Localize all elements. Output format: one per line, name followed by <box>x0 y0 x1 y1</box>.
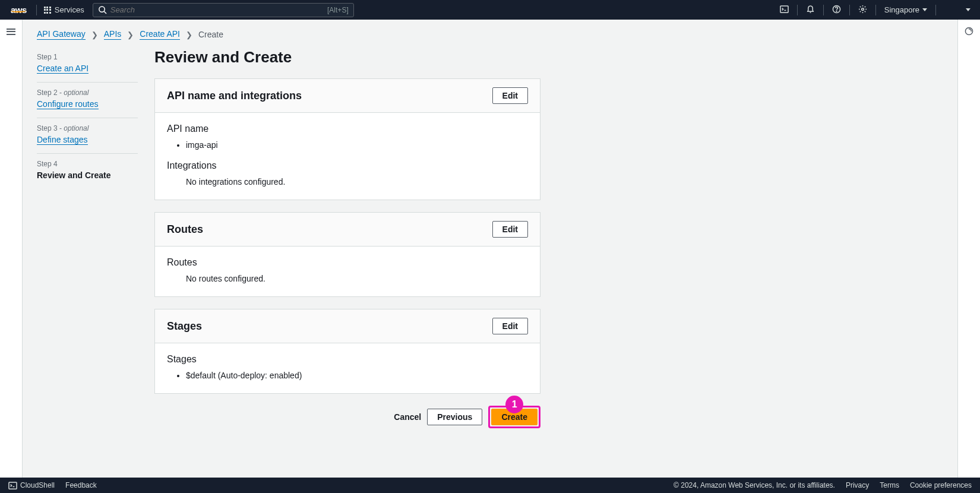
breadcrumb-link[interactable]: APIs <box>104 29 122 40</box>
info-icon[interactable] <box>965 27 973 36</box>
nav-separator <box>36 5 37 15</box>
privacy-link[interactable]: Privacy <box>846 481 869 489</box>
step-number: Step 1 <box>37 53 138 61</box>
chevron-down-icon <box>966 8 970 11</box>
api-name-value: imga-api <box>186 140 528 150</box>
svg-point-6 <box>836 11 837 11</box>
panel-stages: Stages Edit Stages $default (Auto-deploy… <box>154 309 540 394</box>
wizard-content: Review and Create API name and integrati… <box>154 47 540 446</box>
svg-point-0 <box>99 7 105 12</box>
step-link-create-api[interactable]: Create an API <box>37 64 88 74</box>
panel-api-name-integrations: API name and integrations Edit API name … <box>154 78 540 200</box>
integrations-empty: No integrations configured. <box>167 177 528 187</box>
stage-item: $default (Auto-deploy: enabled) <box>186 371 528 380</box>
cloudshell-icon <box>8 481 17 490</box>
chevron-right-icon: ❯ <box>91 30 98 39</box>
breadcrumb-link[interactable]: Create API <box>140 29 180 40</box>
aws-logo[interactable]: aws <box>5 5 33 15</box>
services-menu[interactable]: Services <box>40 5 88 14</box>
breadcrumb-link[interactable]: API Gateway <box>37 29 86 40</box>
subheading-stages: Stages <box>167 354 528 365</box>
chevron-right-icon: ❯ <box>127 30 134 39</box>
panel-routes: Routes Edit Routes No routes configured. <box>154 212 540 297</box>
step-number: Step 2 - optional <box>37 89 138 97</box>
step-link-configure-routes[interactable]: Configure routes <box>37 99 99 109</box>
cloudshell-icon[interactable] <box>775 5 794 15</box>
main-content: API Gateway ❯ APIs ❯ Create API ❯ Create… <box>23 20 957 478</box>
nav-separator <box>797 5 798 15</box>
cookie-preferences-link[interactable]: Cookie preferences <box>910 481 972 489</box>
svg-rect-2 <box>780 5 788 12</box>
global-search[interactable]: [Alt+S] <box>93 3 354 17</box>
subheading-api-name: API name <box>167 124 528 134</box>
wizard-steps: Step 1 Create an API Step 2 - optional C… <box>37 47 138 446</box>
edit-button[interactable]: Edit <box>492 318 528 334</box>
cloudshell-link[interactable]: CloudShell <box>8 481 55 490</box>
breadcrumb: API Gateway ❯ APIs ❯ Create API ❯ Create <box>37 20 943 47</box>
svg-rect-9 <box>9 482 17 488</box>
grid-icon <box>44 7 51 14</box>
nav-separator <box>875 5 876 15</box>
chevron-down-icon <box>922 8 927 11</box>
svg-line-1 <box>104 11 106 14</box>
step-number: Step 3 - optional <box>37 124 138 132</box>
left-drawer-toggle-area <box>0 20 23 478</box>
chevron-right-icon: ❯ <box>186 30 192 39</box>
panel-title: Stages <box>167 320 202 333</box>
region-label: Singapore <box>884 5 919 14</box>
search-icon <box>98 5 107 14</box>
edit-button[interactable]: Edit <box>492 221 528 238</box>
page-title: Review and Create <box>154 48 540 67</box>
edit-button[interactable]: Edit <box>492 87 528 104</box>
nav-separator <box>849 5 850 15</box>
terms-link[interactable]: Terms <box>880 481 899 489</box>
cancel-button[interactable]: Cancel <box>394 412 421 422</box>
search-hint: [Alt+S] <box>327 6 349 14</box>
svg-point-7 <box>861 8 864 10</box>
breadcrumb-current: Create <box>198 30 223 39</box>
hamburger-icon[interactable] <box>7 27 15 478</box>
right-drawer-toggle-area <box>957 20 980 478</box>
feedback-link[interactable]: Feedback <box>65 481 97 489</box>
account-menu[interactable] <box>940 8 975 11</box>
search-input[interactable] <box>110 5 327 14</box>
notifications-icon[interactable] <box>801 5 820 15</box>
panel-title: API name and integrations <box>167 90 302 102</box>
step-number: Step 4 <box>37 160 138 168</box>
services-label: Services <box>55 5 84 14</box>
help-icon[interactable] <box>827 5 846 15</box>
step-link-define-stages[interactable]: Define stages <box>37 135 88 145</box>
footer-bar: CloudShell Feedback © 2024, Amazon Web S… <box>0 478 980 493</box>
copyright-text: © 2024, Amazon Web Services, Inc. or its… <box>674 481 835 489</box>
settings-icon[interactable] <box>853 5 872 15</box>
subheading-integrations: Integrations <box>167 160 528 171</box>
annotation-badge: 1 <box>505 396 523 413</box>
nav-separator <box>823 5 824 15</box>
step-current: Review and Create <box>37 170 138 180</box>
routes-empty: No routes configured. <box>167 274 528 283</box>
nav-separator <box>935 5 936 15</box>
region-selector[interactable]: Singapore <box>880 5 932 14</box>
wizard-actions: Cancel Previous 1 Create <box>154 406 540 428</box>
subheading-routes: Routes <box>167 257 528 268</box>
annotation-highlight: 1 Create <box>488 406 540 428</box>
panel-title: Routes <box>167 223 203 236</box>
previous-button[interactable]: Previous <box>427 409 482 425</box>
top-navbar: aws Services [Alt+S] Singapore <box>0 0 980 20</box>
